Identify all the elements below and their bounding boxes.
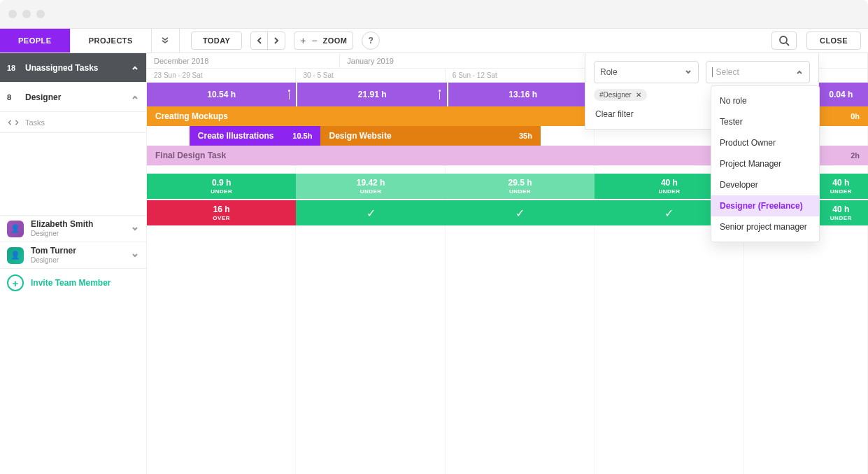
next-button[interactable] bbox=[268, 32, 285, 49]
summary-cell[interactable]: 10.54 h bbox=[147, 83, 296, 106]
capacity-cell[interactable]: 29.5 hUNDER bbox=[446, 174, 595, 199]
person-name: Elizabeth Smith bbox=[31, 220, 131, 229]
question-icon: ? bbox=[369, 36, 373, 46]
filter-value-placeholder: Select bbox=[716, 67, 739, 77]
filter-category-label: Role bbox=[600, 67, 618, 77]
task-label: Design Website bbox=[329, 131, 391, 141]
traffic-light-min[interactable] bbox=[22, 10, 31, 18]
filter-category-select[interactable]: Role bbox=[594, 61, 699, 83]
chevron-down-icon[interactable] bbox=[131, 251, 139, 260]
dropdown-option[interactable]: Tester bbox=[711, 111, 819, 132]
task-bar[interactable]: Create Illustrations10.5h bbox=[190, 126, 321, 146]
capacity-hours: 0.9 h bbox=[212, 179, 231, 187]
capacity-cell[interactable]: ✓ bbox=[296, 200, 445, 225]
dropdown-option[interactable]: Project Manager bbox=[711, 153, 819, 174]
checkmark-icon: ✓ bbox=[367, 207, 376, 220]
svg-point-0 bbox=[780, 36, 787, 43]
summary-cell[interactable]: 0.04 h bbox=[814, 83, 868, 106]
chevron-right-icon bbox=[272, 36, 280, 45]
dropdown-option[interactable]: No role bbox=[711, 90, 819, 111]
help-button[interactable]: ? bbox=[362, 32, 380, 50]
drag-handle-icon[interactable] bbox=[285, 84, 293, 105]
capacity-status: UNDER bbox=[360, 188, 382, 195]
capacity-cell[interactable]: 40 hUNDER bbox=[814, 200, 868, 225]
capacity-status: UNDER bbox=[211, 188, 232, 195]
capacity-cell[interactable]: 16 hOVER bbox=[147, 200, 296, 225]
capacity-hours: 29.5 h bbox=[508, 179, 532, 187]
sidebar-unassigned-row[interactable]: 18 Unassigned Tasks bbox=[0, 53, 146, 83]
filter-chip-label: #Designer bbox=[599, 91, 632, 99]
filter-value-select[interactable]: Select bbox=[706, 61, 811, 83]
task-hours: 10.5h bbox=[292, 132, 312, 140]
chip-remove-icon[interactable]: ✕ bbox=[636, 91, 641, 99]
chevron-up-icon[interactable] bbox=[131, 64, 139, 72]
week-cell: 23 Sun - 29 Sat bbox=[147, 69, 296, 82]
capacity-cell[interactable]: 19.42 hUNDER bbox=[296, 174, 445, 199]
task-hours: 0h bbox=[851, 112, 860, 120]
dropdown-option[interactable]: Product Owner bbox=[711, 132, 819, 153]
task-hours: 2h bbox=[851, 151, 860, 160]
zoom-out-button[interactable]: − bbox=[311, 36, 317, 46]
summary-hours: 10.54 h bbox=[207, 90, 236, 99]
capacity-cell[interactable]: 40 hUNDER bbox=[814, 174, 868, 199]
capacity-cell[interactable]: 0.9 hUNDER bbox=[147, 174, 296, 199]
expand-toggle[interactable] bbox=[152, 29, 180, 53]
window-chrome bbox=[0, 0, 868, 28]
drag-handle-icon[interactable] bbox=[436, 84, 444, 105]
chevron-down-icon[interactable] bbox=[131, 225, 139, 233]
summary-cell[interactable]: 21.91 h bbox=[297, 83, 446, 106]
dropdown-option[interactable]: Senior project manager bbox=[711, 216, 819, 237]
text-caret-icon bbox=[712, 67, 713, 77]
capacity-hours: 40 h bbox=[832, 179, 849, 187]
sidebar-tasks-row[interactable]: Tasks bbox=[0, 112, 146, 133]
unassigned-count: 18 bbox=[7, 64, 25, 72]
toolbar: PEOPLE PROJECTS TODAY + − ZOOM ? CLOSE bbox=[0, 28, 868, 53]
capacity-status: UNDER bbox=[830, 188, 852, 195]
sidebar-designer-row[interactable]: 8 Designer bbox=[0, 83, 146, 112]
prev-button[interactable] bbox=[251, 32, 268, 49]
dropdown-option[interactable]: Developer bbox=[711, 174, 819, 195]
capacity-hours: 40 h bbox=[832, 205, 849, 214]
person-name: Tom Turner bbox=[31, 246, 131, 256]
summary-cell[interactable]: 13.16 h bbox=[448, 83, 597, 106]
summary-hours: 21.91 h bbox=[358, 90, 387, 99]
chevron-up-icon[interactable] bbox=[131, 93, 139, 102]
dropdown-option[interactable]: Designer (Freelance) bbox=[711, 195, 819, 216]
zoom-in-button[interactable]: + bbox=[300, 36, 306, 46]
filter-chip-designer[interactable]: #Designer ✕ bbox=[594, 89, 647, 101]
capacity-status: UNDER bbox=[658, 188, 680, 195]
sidebar: 18 Unassigned Tasks 8 Designer Tasks 👤 E… bbox=[0, 53, 147, 474]
task-hours: 35h bbox=[519, 132, 532, 140]
timeline[interactable]: December 2018 January 2019 23 Sun - 29 S… bbox=[147, 53, 868, 474]
person-row-tom[interactable]: 👤 Tom Turner Designer bbox=[0, 242, 146, 269]
filter-dropdown: No roleTesterProduct OwnerProject Manage… bbox=[711, 85, 820, 242]
person-role: Designer bbox=[31, 256, 131, 264]
today-button[interactable]: TODAY bbox=[191, 32, 242, 50]
person-row-elizabeth[interactable]: 👤 Elizabeth Smith Designer bbox=[0, 216, 146, 242]
avatar: 👤 bbox=[7, 221, 24, 237]
tab-people[interactable]: PEOPLE bbox=[0, 29, 71, 53]
close-button[interactable]: CLOSE bbox=[806, 32, 861, 50]
capacity-cell[interactable]: ✓ bbox=[446, 200, 595, 225]
summary-hours: 13.16 h bbox=[508, 90, 537, 99]
checkmark-icon: ✓ bbox=[664, 207, 674, 220]
plus-circle-icon: + bbox=[7, 274, 24, 291]
invite-team-member-button[interactable]: + Invite Team Member bbox=[0, 269, 146, 297]
task-label: Create Illustrations bbox=[198, 131, 274, 141]
traffic-light-max[interactable] bbox=[36, 10, 45, 18]
tab-projects[interactable]: PROJECTS bbox=[71, 29, 152, 53]
person-role: Designer bbox=[31, 230, 131, 237]
task-label: Final Design Task bbox=[155, 151, 226, 160]
capacity-hours: 40 h bbox=[661, 179, 678, 187]
double-chevron-down-icon bbox=[161, 36, 169, 45]
chevron-left-icon bbox=[255, 36, 264, 45]
search-button[interactable] bbox=[771, 32, 797, 50]
task-bar[interactable]: Design Website35h bbox=[320, 126, 540, 146]
capacity-hours: 16 h bbox=[213, 205, 230, 214]
designer-label: Designer bbox=[25, 92, 131, 102]
designer-count: 8 bbox=[7, 93, 25, 102]
capacity-status: OVER bbox=[213, 215, 230, 221]
traffic-light-close[interactable] bbox=[8, 10, 17, 18]
checkmark-icon: ✓ bbox=[515, 207, 525, 220]
capacity-status: UNDER bbox=[509, 188, 531, 195]
